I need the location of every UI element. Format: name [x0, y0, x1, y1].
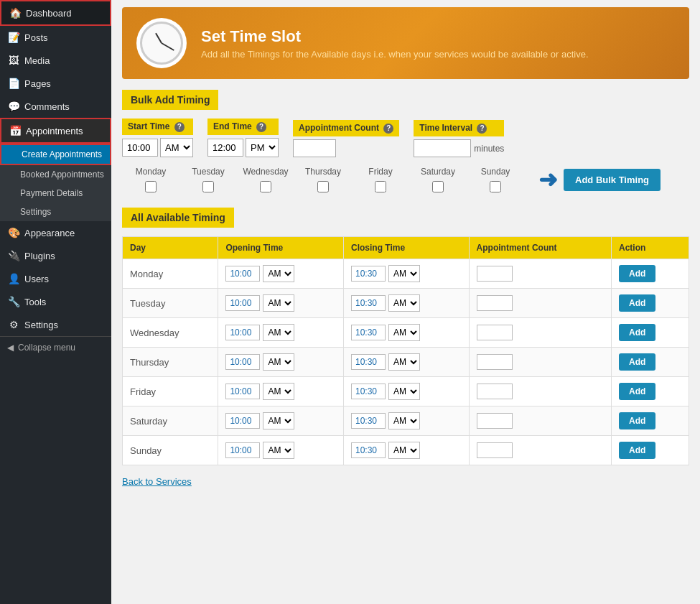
day-label-monday: Monday — [136, 167, 167, 177]
timing-table: Day Opening Time Closing Time Appointmen… — [122, 236, 689, 465]
col-opening-time: Opening Time — [218, 237, 344, 259]
appointment-count-help-icon[interactable]: ? — [383, 124, 393, 134]
opening-time-input-3[interactable] — [225, 354, 260, 370]
closing-time-input-1[interactable] — [351, 295, 386, 311]
closing-ampm-select-4[interactable]: AM PM — [388, 383, 420, 400]
opening-time-input-1[interactable] — [225, 295, 260, 311]
opening-time-input-5[interactable] — [225, 413, 260, 429]
sidebar-item-payment-details[interactable]: Payment Details — [0, 184, 111, 203]
sidebar-item-plugins[interactable]: 🔌 Plugins — [0, 244, 111, 267]
bulk-appointment-count-label: Appointment Count ? — [293, 120, 399, 136]
closing-time-input-4[interactable] — [351, 384, 386, 399]
closing-ampm-select-2[interactable]: AM PM — [388, 324, 420, 341]
day-checkbox-monday[interactable] — [145, 181, 157, 192]
collapse-arrow-icon: ◀ — [7, 343, 14, 353]
opening-ampm-select-4[interactable]: AM PM — [263, 383, 294, 400]
appointments-icon: 📅 — [9, 125, 22, 136]
count-input-3[interactable] — [477, 354, 513, 370]
sidebar-item-users[interactable]: 👤 Users — [0, 267, 111, 290]
col-day: Day — [123, 237, 218, 259]
end-time-help-icon[interactable]: ? — [256, 122, 266, 132]
closing-ampm-select-5[interactable]: AM PM — [388, 412, 420, 429]
back-to-services-link[interactable]: Back to Services — [122, 476, 689, 487]
closing-time-input-0[interactable] — [351, 266, 386, 282]
count-input-2[interactable] — [477, 325, 513, 340]
sidebar-item-posts[interactable]: 📝 Posts — [0, 26, 111, 49]
closing-time-input-2[interactable] — [351, 325, 386, 340]
closing-time-input-3[interactable] — [351, 354, 386, 370]
day-checkbox-friday[interactable] — [375, 181, 386, 192]
end-ampm-select[interactable]: AMPM — [246, 138, 279, 157]
opening-time-input-2[interactable] — [225, 325, 260, 340]
day-checkbox-saturday[interactable] — [432, 181, 444, 192]
sidebar-item-appointments[interactable]: 📅 Appointments — [0, 118, 111, 144]
sidebar-item-booked-appointments[interactable]: Booked Appointments — [0, 165, 111, 184]
cell-count-4 — [469, 377, 611, 406]
comments-icon: 💬 — [7, 101, 20, 112]
hour-hand — [155, 33, 162, 44]
start-time-help-icon[interactable]: ? — [174, 122, 185, 132]
time-interval-help-icon[interactable]: ? — [477, 124, 487, 134]
add-bulk-timing-button[interactable]: Add Bulk Timing — [564, 169, 661, 191]
col-action: Action — [612, 237, 689, 259]
sidebar-item-settings-sub[interactable]: Settings — [0, 203, 111, 221]
opening-ampm-select-1[interactable]: AM PM — [263, 294, 294, 312]
opening-ampm-select-6[interactable]: AM PM — [263, 442, 294, 459]
sidebar-item-appearance[interactable]: 🎨 Appearance — [0, 221, 111, 244]
pages-icon: 📄 — [7, 78, 20, 89]
closing-time-input-5[interactable] — [351, 413, 386, 429]
count-input-4[interactable] — [477, 384, 513, 399]
day-col-friday: Friday — [352, 167, 409, 192]
cell-day-4: Friday — [123, 377, 218, 406]
opening-ampm-select-2[interactable]: AM PM — [263, 324, 294, 341]
cell-opening-5: AM PM — [218, 406, 344, 436]
day-checkbox-tuesday[interactable] — [202, 181, 214, 192]
closing-time-input-6[interactable] — [351, 442, 386, 458]
count-input-1[interactable] — [477, 295, 513, 311]
end-time-input[interactable] — [207, 139, 243, 157]
add-button-6[interactable]: Add — [619, 442, 655, 459]
add-button-2[interactable]: Add — [619, 324, 655, 341]
sidebar-item-tools[interactable]: 🔧 Tools — [0, 290, 111, 313]
time-interval-input[interactable] — [414, 139, 471, 157]
day-checkbox-sunday[interactable] — [490, 181, 501, 192]
time-interval-input-group: minutes — [414, 139, 504, 157]
day-checkbox-wednesday[interactable] — [260, 181, 271, 192]
minute-hand — [162, 42, 174, 51]
bulk-appointment-count-input[interactable] — [293, 139, 336, 157]
count-input-0[interactable] — [477, 266, 513, 282]
sidebar-item-comments[interactable]: 💬 Comments — [0, 95, 111, 118]
add-button-4[interactable]: Add — [619, 383, 655, 400]
cell-action-4: Add — [612, 377, 689, 406]
closing-ampm-select-6[interactable]: AM PM — [388, 442, 420, 459]
opening-time-input-0[interactable] — [225, 266, 260, 282]
opening-ampm-select-0[interactable]: AM PM — [263, 265, 294, 282]
count-input-6[interactable] — [477, 442, 513, 458]
sidebar-item-pages[interactable]: 📄 Pages — [0, 72, 111, 95]
add-button-3[interactable]: Add — [619, 353, 655, 371]
sidebar-item-media[interactable]: 🖼 Media — [0, 49, 111, 72]
count-input-5[interactable] — [477, 413, 513, 429]
opening-time-input-4[interactable] — [225, 384, 260, 399]
closing-ampm-select-3[interactable]: AM PM — [388, 353, 420, 371]
start-ampm-select[interactable]: AMPM — [160, 138, 193, 157]
sidebar-item-create-appointments[interactable]: Create Appointments — [0, 144, 111, 165]
day-checkbox-thursday[interactable] — [317, 181, 329, 192]
add-button-0[interactable]: Add — [619, 265, 655, 282]
sidebar-item-settings[interactable]: ⚙ Settings — [0, 313, 111, 336]
add-button-5[interactable]: Add — [619, 412, 655, 429]
table-row: Wednesday AM PM AM PM — [123, 318, 689, 348]
opening-time-input-6[interactable] — [225, 442, 260, 458]
opening-ampm-select-3[interactable]: AM PM — [263, 353, 294, 371]
closing-ampm-select-0[interactable]: AM PM — [388, 265, 420, 282]
sidebar-item-dashboard[interactable]: 🏠 Dashboard — [0, 0, 111, 26]
opening-ampm-select-5[interactable]: AM PM — [263, 412, 294, 429]
closing-ampm-select-1[interactable]: AM PM — [388, 294, 420, 312]
start-time-input[interactable] — [122, 139, 158, 157]
cell-day-2: Wednesday — [123, 318, 218, 348]
cell-action-2: Add — [612, 318, 689, 348]
cell-closing-0: AM PM — [344, 259, 470, 289]
collapse-menu[interactable]: ◀ Collapse menu — [0, 336, 111, 358]
add-button-1[interactable]: Add — [619, 294, 655, 312]
start-time-input-group: AMPM — [122, 138, 193, 157]
